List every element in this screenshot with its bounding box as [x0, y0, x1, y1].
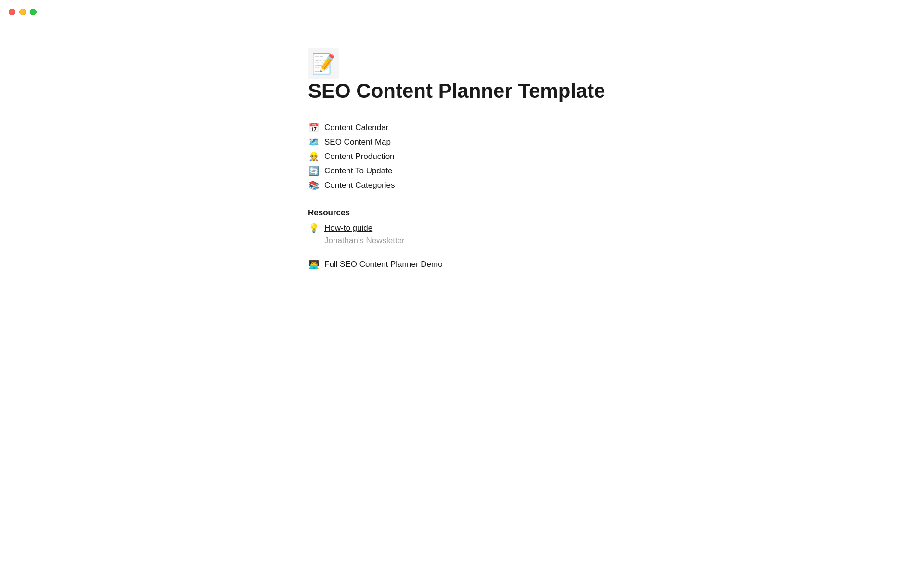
page-container: 📝 SEO Content Planner Template 📅 Content… — [298, 48, 626, 272]
nav-label-content-production: Content Production — [324, 152, 395, 161]
update-icon: 🔄 — [308, 166, 320, 176]
calendar-icon: 📅 — [308, 122, 320, 133]
resources-section: Resources 💡 How-to guide Jonathan's News… — [308, 208, 616, 246]
resource-item-howto[interactable]: 💡 How-to guide — [308, 222, 616, 235]
demo-icon: 👨‍💻 — [308, 259, 320, 270]
page-title: SEO Content Planner Template — [308, 79, 616, 103]
map-icon: 🗺️ — [308, 137, 320, 147]
nav-item-seo-content-map[interactable]: 🗺️ SEO Content Map — [308, 135, 616, 149]
nav-label-content-calendar: Content Calendar — [324, 123, 388, 132]
nav-item-content-to-update[interactable]: 🔄 Content To Update — [308, 164, 616, 178]
nav-label-content-to-update: Content To Update — [324, 166, 392, 176]
resources-heading: Resources — [308, 208, 616, 218]
page-icon: 📝 — [308, 48, 339, 79]
nav-item-content-production[interactable]: 👷 Content Production — [308, 149, 616, 164]
minimize-button[interactable] — [19, 9, 26, 15]
nav-label-seo-content-map: SEO Content Map — [324, 137, 391, 147]
lightbulb-icon: 💡 — [308, 223, 320, 234]
howto-guide-link[interactable]: How-to guide — [324, 223, 372, 233]
production-icon: 👷 — [308, 151, 320, 162]
nav-list: 📅 Content Calendar 🗺️ SEO Content Map 👷 … — [308, 120, 616, 193]
demo-item[interactable]: 👨‍💻 Full SEO Content Planner Demo — [308, 257, 616, 272]
newsletter-sub-label: Jonathan's Newsletter — [308, 236, 616, 246]
nav-item-content-categories[interactable]: 📚 Content Categories — [308, 178, 616, 193]
nav-label-content-categories: Content Categories — [324, 181, 395, 190]
categories-icon: 📚 — [308, 180, 320, 191]
close-button[interactable] — [9, 9, 15, 15]
main-content: 📝 SEO Content Planner Template 📅 Content… — [0, 0, 924, 272]
page-icon-emoji: 📝 — [311, 53, 335, 75]
nav-item-content-calendar[interactable]: 📅 Content Calendar — [308, 120, 616, 135]
maximize-button[interactable] — [30, 9, 37, 15]
demo-label: Full SEO Content Planner Demo — [324, 260, 443, 269]
traffic-lights — [9, 9, 37, 15]
